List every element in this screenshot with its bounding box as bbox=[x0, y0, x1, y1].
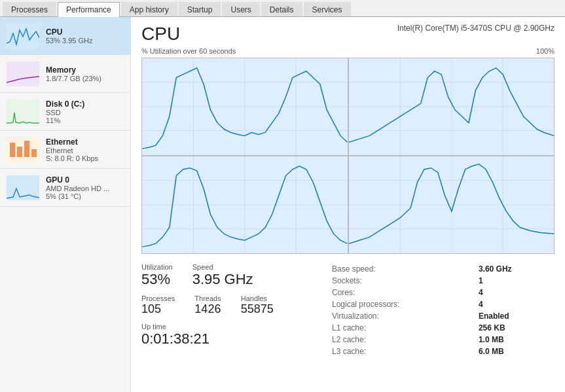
util-speed-row: Utilization 53% Speed 3.95 GHz bbox=[141, 263, 332, 288]
cpu-graph-0 bbox=[142, 58, 348, 155]
table-row: Cores:4 bbox=[332, 287, 555, 298]
disk-sidebar-sub1: SSD bbox=[46, 109, 124, 116]
speed-label: Speed bbox=[192, 263, 253, 271]
content-header: CPU Intel(R) Core(TM) i5-3470S CPU @ 2.9… bbox=[141, 24, 555, 45]
percent-100: 100% bbox=[536, 47, 555, 58]
util-label: % Utilization over 60 seconds bbox=[141, 47, 236, 55]
tab-users[interactable]: Users bbox=[222, 2, 259, 16]
info-key: Cores: bbox=[332, 287, 479, 298]
content-area: CPU Intel(R) Core(TM) i5-3470S CPU @ 2.9… bbox=[131, 17, 565, 392]
utilization-label: Utilization bbox=[141, 263, 173, 271]
memory-sidebar-info: Memory 1.8/7.7 GB (23%) bbox=[46, 65, 124, 82]
processes-block: Processes 105 bbox=[141, 294, 175, 316]
info-key: L2 cache: bbox=[332, 334, 479, 346]
threads-block: Threads 1426 bbox=[194, 294, 221, 316]
ethernet-sidebar-sub1: Ethernet bbox=[46, 147, 124, 154]
cpu-title: CPU bbox=[141, 24, 180, 45]
info-value: Enabled bbox=[479, 310, 555, 322]
tab-app-history[interactable]: App history bbox=[121, 2, 177, 16]
cpu-graph-3 bbox=[349, 156, 555, 253]
tab-processes[interactable]: Processes bbox=[3, 2, 56, 16]
memory-sidebar-sub: 1.8/7.7 GB (23%) bbox=[46, 75, 124, 82]
gpu-sidebar-sub1: AMD Radeon HD ... bbox=[46, 185, 124, 192]
ethernet-sidebar-sub2: S: 8.0 R: 0 Kbps bbox=[46, 154, 124, 162]
info-value: 3.60 GHz bbox=[479, 263, 555, 275]
info-key: Sockets: bbox=[332, 275, 479, 287]
memory-mini-chart bbox=[7, 62, 39, 86]
memory-sidebar-name: Memory bbox=[46, 65, 124, 75]
cpu-graph-1 bbox=[349, 58, 555, 155]
uptime-label: Up time bbox=[141, 323, 332, 330]
handles-label: Handles bbox=[241, 294, 274, 302]
disk-sidebar-sub2: 11% bbox=[46, 116, 124, 124]
info-value: 256 KB bbox=[479, 322, 555, 334]
cpu-sidebar-sub: 53% 3.95 GHz bbox=[46, 37, 124, 45]
cpu-graphs bbox=[141, 58, 555, 254]
threads-label: Threads bbox=[194, 294, 221, 302]
cpu-sidebar-info: CPU 53% 3.95 GHz bbox=[46, 27, 124, 45]
speed-block: Speed 3.95 GHz bbox=[192, 263, 253, 288]
gpu-sidebar-sub2: 5% (31 °C) bbox=[46, 192, 124, 200]
ethernet-sidebar-info: Ethernet Ethernet S: 8.0 R: 0 Kbps bbox=[46, 137, 124, 162]
cpu-sidebar-name: CPU bbox=[46, 27, 124, 37]
tab-performance[interactable]: Performance bbox=[58, 2, 120, 17]
svg-rect-0 bbox=[10, 143, 15, 157]
info-value: 1 bbox=[479, 275, 555, 287]
cpu-graph-2 bbox=[142, 156, 348, 253]
info-key: Virtualization: bbox=[332, 310, 479, 322]
disk-sidebar-info: Disk 0 (C:) SSD 11% bbox=[46, 99, 124, 124]
table-row: Sockets:1 bbox=[332, 275, 555, 287]
info-key: L3 cache: bbox=[332, 346, 479, 357]
table-row: L1 cache:256 KB bbox=[332, 322, 555, 334]
proc-thread-handle-row: Processes 105 Threads 1426 Handles 55875 bbox=[141, 294, 332, 316]
table-row: Virtualization:Enabled bbox=[332, 310, 555, 322]
sidebar-item-ethernet[interactable]: Ethernet Ethernet S: 8.0 R: 0 Kbps bbox=[0, 131, 130, 169]
info-value: 4 bbox=[479, 298, 555, 310]
cpu-info-table: Base speed:3.60 GHzSockets:1Cores:4Logic… bbox=[332, 263, 555, 357]
info-key: Base speed: bbox=[332, 263, 479, 275]
bottom-left: Utilization 53% Speed 3.95 GHz Processes… bbox=[141, 263, 332, 357]
sidebar-item-gpu[interactable]: GPU 0 AMD Radeon HD ... 5% (31 °C) bbox=[0, 169, 130, 207]
utilization-value: 53% bbox=[141, 271, 173, 288]
sidebar-item-cpu[interactable]: CPU 53% 3.95 GHz bbox=[0, 17, 130, 55]
ethernet-mini-chart bbox=[7, 137, 39, 162]
ethernet-sidebar-name: Ethernet bbox=[46, 137, 124, 147]
svg-rect-1 bbox=[17, 147, 22, 157]
uptime-value: 0:01:38:21 bbox=[141, 330, 332, 347]
svg-rect-3 bbox=[31, 149, 37, 157]
speed-value: 3.95 GHz bbox=[192, 271, 253, 288]
gpu-sidebar-info: GPU 0 AMD Radeon HD ... 5% (31 °C) bbox=[46, 175, 124, 200]
handles-value: 55875 bbox=[241, 302, 274, 316]
bottom-area: Utilization 53% Speed 3.95 GHz Processes… bbox=[141, 263, 555, 357]
handles-block: Handles 55875 bbox=[241, 294, 274, 316]
table-row: L2 cache:1.0 MB bbox=[332, 334, 555, 346]
processes-label: Processes bbox=[141, 294, 175, 302]
info-key: L1 cache: bbox=[332, 322, 479, 334]
info-value: 4 bbox=[479, 287, 555, 298]
info-key: Logical processors: bbox=[332, 298, 479, 310]
info-value: 6.0 MB bbox=[479, 346, 555, 357]
cpu-mini-chart bbox=[7, 24, 39, 48]
gpu-mini-chart bbox=[7, 175, 39, 200]
tab-startup[interactable]: Startup bbox=[179, 2, 221, 16]
gpu-sidebar-name: GPU 0 bbox=[46, 175, 124, 185]
table-row: Logical processors:4 bbox=[332, 298, 555, 310]
threads-value: 1426 bbox=[194, 302, 221, 316]
tab-bar: Processes Performance App history Startu… bbox=[0, 0, 565, 17]
main-layout: CPU 53% 3.95 GHz Memory 1.8/7.7 GB (23%) bbox=[0, 17, 565, 392]
sidebar: CPU 53% 3.95 GHz Memory 1.8/7.7 GB (23%) bbox=[0, 17, 131, 392]
disk-sidebar-name: Disk 0 (C:) bbox=[46, 99, 124, 109]
cpu-model: Intel(R) Core(TM) i5-3470S CPU @ 2.90GHz bbox=[397, 24, 555, 33]
tab-services[interactable]: Services bbox=[304, 2, 351, 16]
table-row: Base speed:3.60 GHz bbox=[332, 263, 555, 275]
utilization-block: Utilization 53% bbox=[141, 263, 173, 288]
info-table-area: Base speed:3.60 GHzSockets:1Cores:4Logic… bbox=[332, 263, 555, 357]
table-row: L3 cache:6.0 MB bbox=[332, 346, 555, 357]
processes-value: 105 bbox=[141, 302, 175, 316]
sidebar-item-memory[interactable]: Memory 1.8/7.7 GB (23%) bbox=[0, 55, 130, 93]
disk-mini-chart bbox=[7, 99, 39, 124]
tab-details[interactable]: Details bbox=[261, 2, 302, 16]
info-value: 1.0 MB bbox=[479, 334, 555, 346]
graph-labels: % Utilization over 60 seconds 100% bbox=[141, 47, 555, 58]
sidebar-item-disk[interactable]: Disk 0 (C:) SSD 11% bbox=[0, 93, 130, 131]
